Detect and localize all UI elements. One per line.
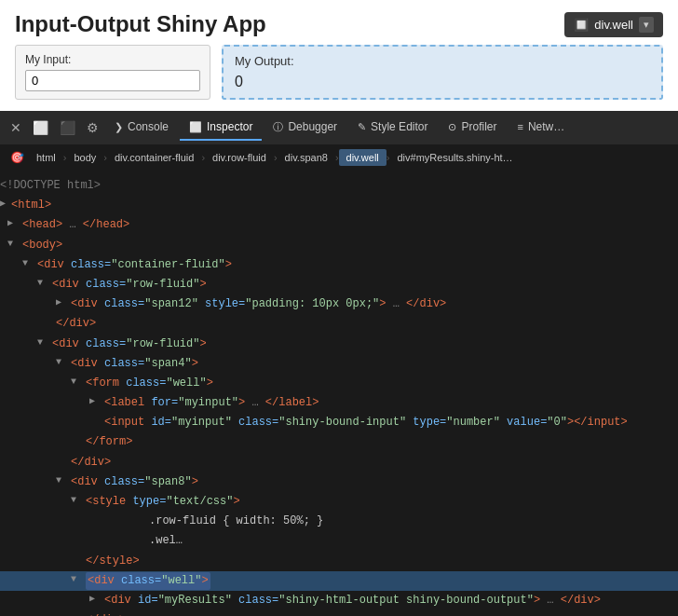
input-panel: My Input:	[15, 45, 210, 100]
tab-inspector[interactable]: ⬜ Inspector	[180, 115, 262, 141]
tab-debugger[interactable]: ⓘ Debugger	[264, 115, 346, 142]
tab-profiler[interactable]: ⊙ Profiler	[439, 115, 506, 141]
output-label: My Output:	[235, 54, 650, 68]
picker-icon: 🔲	[574, 18, 589, 32]
breadcrumb-span8[interactable]: div.span8	[278, 149, 335, 166]
line-close-span4: </div>	[0, 453, 678, 472]
element-picker[interactable]: 🔲 div.well ▾	[564, 12, 663, 37]
console-icon: ❯	[115, 121, 123, 133]
tab-console-label: Console	[128, 120, 169, 133]
picker-dropdown-arrow[interactable]: ▾	[639, 17, 654, 33]
line-close-form: </form>	[0, 432, 678, 452]
debugger-icon: ⓘ	[273, 120, 283, 134]
line-close-style: </style>	[0, 552, 678, 571]
pick-element-button[interactable]: ⬜	[28, 116, 53, 139]
line-close-well: </div>	[0, 610, 678, 616]
breadcrumb-my-results[interactable]: div#myResults.shiny-ht…	[390, 149, 521, 166]
profiler-icon: ⊙	[448, 121, 456, 133]
breadcrumb-target-icon[interactable]: 🎯	[6, 151, 29, 164]
style-editor-icon: ✎	[358, 121, 366, 133]
app-title: Input-Output Shiny App	[15, 11, 266, 37]
tab-network[interactable]: ≡ Netw…	[508, 115, 574, 141]
line-my-results[interactable]: ▶<div id="myResults" class="shiny-html-o…	[0, 591, 678, 610]
breadcrumb-row-fluid[interactable]: div.row-fluid	[205, 149, 274, 166]
inspector-icon: ⬜	[189, 121, 202, 133]
tab-style-editor[interactable]: ✎ Style Editor	[348, 115, 437, 141]
line-span8[interactable]: ▼<div class="span8">	[0, 472, 678, 492]
picker-label: div.well	[594, 18, 633, 32]
tab-inspector-label: Inspector	[207, 120, 252, 133]
line-css-2: .wel…	[0, 531, 678, 551]
devtools-toolbar: ✕ ⬜ ⬛ ⚙ ❯ Console ⬜ Inspector ⓘ Debugger…	[0, 111, 678, 144]
breadcrumb-body[interactable]: body	[66, 149, 103, 166]
line-form-well[interactable]: ▼<form class="well">	[0, 374, 678, 393]
line-row-fluid-2[interactable]: ▼<div class="row-fluid">	[0, 335, 678, 354]
line-row-fluid-1[interactable]: ▼<div class="row-fluid">	[0, 275, 678, 294]
line-body-open[interactable]: ▼<body>	[0, 236, 678, 255]
html-inspector: <!DOCTYPE html> ▶<html> ▶<head> … </head…	[0, 171, 678, 616]
breadcrumb-html[interactable]: html	[29, 149, 63, 166]
network-icon: ≡	[517, 121, 522, 132]
breadcrumb-container-fluid[interactable]: div.container-fluid	[107, 149, 201, 166]
tab-profiler-label: Profiler	[461, 120, 496, 133]
breadcrumb-bar: 🎯 html › body › div.container-fluid › di…	[0, 144, 678, 171]
line-container-fluid[interactable]: ▼<div class="container-fluid">	[0, 255, 678, 275]
line-span4[interactable]: ▼<div class="span4">	[0, 354, 678, 374]
input-label: My Input:	[25, 53, 200, 66]
app-header: Input-Output Shiny App 🔲 div.well ▾	[0, 0, 678, 45]
line-style[interactable]: ▼<style type="text/css">	[0, 492, 678, 512]
settings-button[interactable]: ⚙	[82, 116, 103, 139]
line-span12[interactable]: ▶<div class="span12" style="padding: 10p…	[0, 294, 678, 314]
line-close-row-1: </div>	[0, 314, 678, 334]
responsive-design-button[interactable]: ⬛	[55, 116, 80, 139]
app-content: My Input: My Output: 0	[0, 45, 678, 111]
output-panel: My Output: 0	[222, 45, 663, 100]
line-doctype: <!DOCTYPE html>	[0, 176, 678, 196]
input-field[interactable]	[25, 70, 200, 91]
tab-style-editor-label: Style Editor	[371, 120, 427, 133]
tab-console[interactable]: ❯ Console	[105, 115, 178, 141]
breadcrumb-well[interactable]: div.well	[339, 149, 386, 166]
line-well-div[interactable]: ▼<div class="well">	[0, 571, 678, 591]
line-html-open[interactable]: ▶<html>	[0, 196, 678, 215]
line-css-1: .row-fluid { width: 50%; }	[0, 512, 678, 531]
tab-debugger-label: Debugger	[288, 120, 337, 133]
tab-network-label: Netw…	[528, 120, 564, 133]
line-label[interactable]: ▶<label for="myinput"> … </label>	[0, 393, 678, 413]
close-devtools-button[interactable]: ✕	[6, 116, 26, 139]
line-head[interactable]: ▶<head> … </head>	[0, 215, 678, 235]
output-value: 0	[235, 74, 650, 90]
line-input[interactable]: <input id="myinput" class="shiny-bound-i…	[0, 413, 678, 432]
